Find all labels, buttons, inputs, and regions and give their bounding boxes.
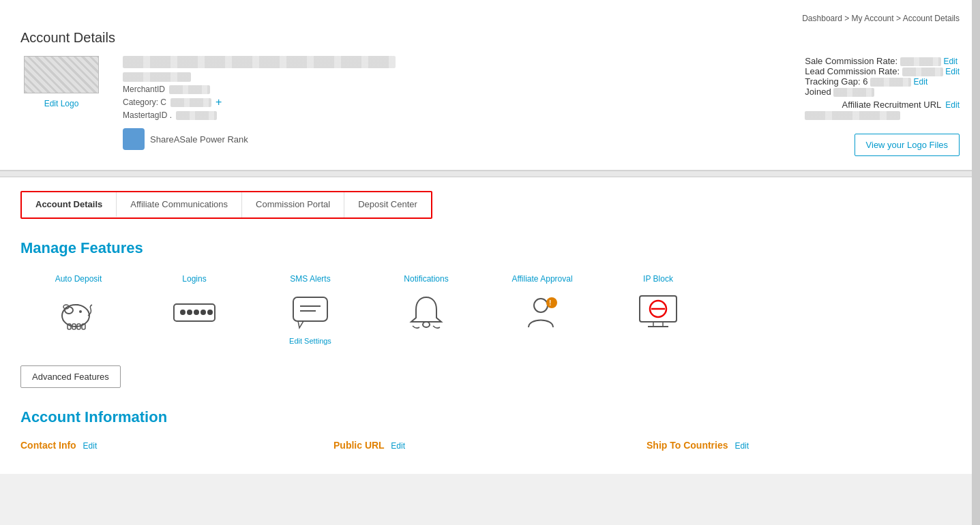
feature-logins[interactable]: Logins bbox=[136, 274, 252, 333]
merchant-info: MerchantID Category: C + MastertagID . bbox=[123, 85, 755, 120]
recruitment-edit[interactable]: Edit bbox=[945, 100, 960, 110]
svg-point-14 bbox=[207, 310, 213, 315]
account-info-cols: Contact Info Edit Public URL Edit Ship T… bbox=[20, 440, 960, 453]
svg-point-20 bbox=[534, 299, 548, 312]
svg-point-10 bbox=[180, 310, 185, 315]
account-info-center: MerchantID Category: C + MastertagID . S… bbox=[116, 56, 755, 150]
feature-notifications[interactable]: Notifications bbox=[368, 274, 484, 333]
logins-icon bbox=[170, 292, 218, 333]
joined-row: Joined bbox=[805, 87, 960, 97]
svg-text:!: ! bbox=[549, 299, 551, 307]
approval-icon: ! bbox=[518, 292, 566, 333]
recruitment-url-row: Affiliate Recruitment URL Edit bbox=[805, 100, 960, 110]
tracking-gap-value: 6 bbox=[863, 76, 867, 87]
lead-commission-label: Lead Commission Rate: bbox=[805, 66, 900, 76]
account-information-title: Account Information bbox=[20, 408, 960, 426]
merchant-name-blurred bbox=[123, 56, 396, 68]
ship-to-countries-title: Ship To Countries Edit bbox=[647, 440, 960, 451]
tab-commission-portal[interactable]: Commission Portal bbox=[242, 192, 344, 217]
merchant-subname-blurred bbox=[123, 72, 191, 82]
right-panel: Sale Commission Rate: Edit Lead Commissi… bbox=[769, 56, 960, 156]
recruitment-label: Affiliate Recruitment URL bbox=[842, 100, 942, 110]
joined-value bbox=[833, 88, 874, 97]
feature-auto-deposit[interactable]: Auto Deposit bbox=[20, 274, 136, 333]
scrollbar[interactable] bbox=[972, 0, 980, 474]
breadcrumb: Dashboard > My Account > Account Details bbox=[20, 14, 960, 23]
tracking-gap-row: Tracking Gap: 6 Edit bbox=[805, 76, 960, 87]
svg-rect-24 bbox=[653, 322, 663, 327]
lead-commission-value bbox=[902, 68, 943, 76]
lead-commission-edit[interactable]: Edit bbox=[945, 67, 960, 76]
sale-commission-label: Sale Commission Rate: bbox=[805, 56, 897, 66]
account-information-section: Account Information Contact Info Edit Pu… bbox=[20, 408, 960, 453]
svg-marker-18 bbox=[298, 321, 303, 328]
ship-to-countries-edit[interactable]: Edit bbox=[734, 441, 749, 451]
sms-alerts-label: SMS Alerts bbox=[290, 274, 330, 284]
feature-ip-block[interactable]: IP Block bbox=[600, 274, 716, 333]
power-rank-label: ShareASale Power Rank bbox=[150, 134, 248, 145]
mastertag-value bbox=[176, 111, 217, 120]
merchant-id-value bbox=[169, 85, 210, 94]
category-value bbox=[170, 98, 211, 107]
feature-affiliate-approval[interactable]: Affiliate Approval ! bbox=[484, 274, 600, 333]
recruitment-url-blurred bbox=[805, 111, 900, 120]
contact-info-col: Contact Info Edit bbox=[20, 440, 333, 453]
svg-rect-15 bbox=[293, 297, 327, 321]
mastertag-label: MastertagID . bbox=[123, 110, 172, 120]
features-grid: Auto Deposit bbox=[20, 274, 960, 345]
sale-commission-row: Sale Commission Rate: Edit bbox=[805, 56, 960, 66]
logo-area: Edit Logo bbox=[20, 56, 102, 108]
sms-edit-settings[interactable]: Edit Settings bbox=[289, 337, 331, 345]
joined-label: Joined bbox=[805, 87, 831, 97]
lead-commission-row: Lead Commission Rate: Edit bbox=[805, 66, 960, 76]
separator bbox=[0, 170, 980, 177]
logins-label: Logins bbox=[182, 274, 206, 284]
piggy-bank-icon bbox=[55, 292, 102, 333]
bell-icon bbox=[402, 292, 450, 333]
ship-to-countries-col: Ship To Countries Edit bbox=[647, 440, 960, 453]
view-logo-files-btn[interactable]: View your Logo Files bbox=[855, 134, 960, 156]
svg-point-2 bbox=[79, 310, 82, 313]
public-url-col: Public URL Edit bbox=[333, 440, 647, 453]
contact-info-edit[interactable]: Edit bbox=[83, 441, 98, 451]
page-title: Account Details bbox=[20, 30, 115, 46]
tracking-gap-label: Tracking Gap: bbox=[805, 76, 860, 87]
ip-block-icon bbox=[634, 292, 682, 333]
sale-commission-edit[interactable]: Edit bbox=[943, 57, 957, 66]
tab-affiliate-communications[interactable]: Affiliate Communications bbox=[117, 192, 242, 217]
ip-block-label: IP Block bbox=[643, 274, 673, 284]
manage-features-title: Manage Features bbox=[20, 239, 960, 257]
svg-point-21 bbox=[546, 297, 557, 308]
tab-account-details[interactable]: Account Details bbox=[22, 192, 117, 217]
feature-sms-alerts[interactable]: SMS Alerts Edit Settings bbox=[252, 274, 368, 345]
auto-deposit-label: Auto Deposit bbox=[55, 274, 102, 284]
tracking-gap-blurred bbox=[870, 78, 911, 87]
power-rank-row: ShareASale Power Rank bbox=[123, 128, 755, 150]
tracking-gap-edit[interactable]: Edit bbox=[914, 77, 928, 87]
svg-point-11 bbox=[187, 310, 192, 315]
category-label: Category: C bbox=[123, 97, 166, 107]
public-url-title: Public URL Edit bbox=[333, 440, 647, 451]
main-content: Manage Features Auto Deposit bbox=[0, 219, 980, 474]
svg-point-12 bbox=[194, 310, 199, 315]
power-rank-icon bbox=[123, 128, 145, 150]
contact-info-title: Contact Info Edit bbox=[20, 440, 333, 451]
tabs-section: Account Details Affiliate Communications… bbox=[0, 177, 980, 219]
edit-logo-link[interactable]: Edit Logo bbox=[44, 99, 79, 108]
tab-deposit-center[interactable]: Deposit Center bbox=[344, 192, 431, 217]
public-url-edit[interactable]: Edit bbox=[391, 441, 405, 451]
svg-point-13 bbox=[201, 310, 206, 315]
sale-commission-value bbox=[900, 57, 941, 66]
sms-icon bbox=[286, 292, 334, 333]
logo-image bbox=[24, 56, 99, 93]
notifications-label: Notifications bbox=[404, 274, 448, 284]
tabs-wrapper: Account Details Affiliate Communications… bbox=[20, 191, 432, 219]
category-add-btn[interactable]: + bbox=[216, 96, 222, 108]
svg-point-19 bbox=[423, 322, 430, 327]
merchant-id-label: MerchantID bbox=[123, 85, 165, 94]
affiliate-approval-label: Affiliate Approval bbox=[511, 274, 572, 284]
advanced-features-btn[interactable]: Advanced Features bbox=[20, 365, 121, 388]
